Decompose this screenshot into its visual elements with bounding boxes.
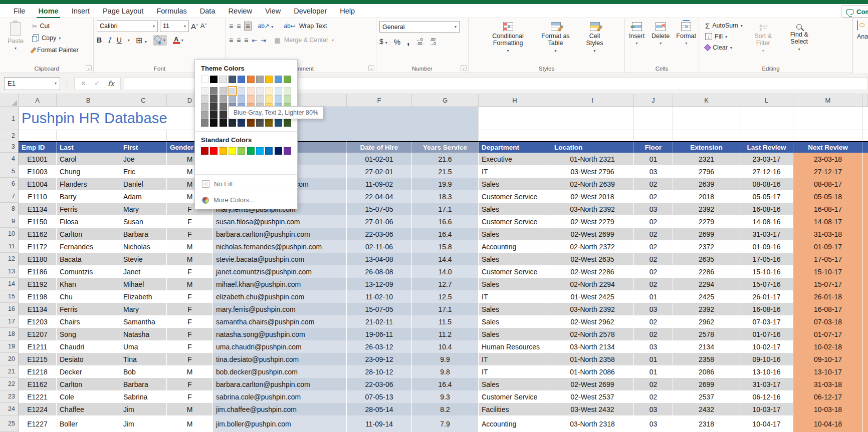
theme-color-swatch-3[interactable] <box>229 76 236 83</box>
cell-K2[interactable] <box>673 130 740 141</box>
theme-variant-swatch-c8-r4[interactable] <box>275 119 282 127</box>
cell-N11[interactable] <box>863 240 868 253</box>
cell-E21[interactable]: bob.decker@pushpin.com <box>213 365 347 378</box>
cell-D9[interactable]: F <box>167 215 213 228</box>
cell-D13[interactable]: F <box>167 265 213 278</box>
cell-I3[interactable]: Location <box>551 141 634 153</box>
cell-F10[interactable]: 22-03-06 <box>347 228 412 240</box>
theme-variant-swatch-c3-r1[interactable] <box>229 95 236 103</box>
cell-I5[interactable]: 03-West 2796 <box>551 165 634 178</box>
cell-A2[interactable] <box>19 130 57 141</box>
cell-H19[interactable]: Human Resources <box>479 340 551 353</box>
theme-variant-swatch-c5-r1[interactable] <box>247 95 255 103</box>
cell-N1[interactable] <box>863 107 868 130</box>
row-header-18[interactable]: 18 <box>0 328 19 340</box>
theme-variant-swatch-c5-r4[interactable] <box>247 119 255 127</box>
cell-J18[interactable]: 02 <box>634 328 673 340</box>
cell-K8[interactable]: 2392 <box>673 203 740 215</box>
cell-J10[interactable]: 02 <box>634 228 673 240</box>
theme-variant-swatch-c2-r2[interactable] <box>220 103 227 111</box>
cell-F5[interactable]: 27-02-01 <box>347 165 412 178</box>
cell-N22[interactable] <box>863 378 868 390</box>
standard-color-swatch-4[interactable] <box>238 147 245 155</box>
cell-J13[interactable]: 02 <box>634 265 673 278</box>
column-header-K[interactable]: K <box>673 94 740 107</box>
cell-N19[interactable] <box>863 340 868 353</box>
cell-I17[interactable]: 02-West 2962 <box>551 315 634 328</box>
cell-C20[interactable]: Tina <box>120 353 167 365</box>
cell-L22[interactable]: 31-03-17 <box>740 378 793 390</box>
cell-B15[interactable]: Chu <box>57 290 120 303</box>
cell-C23[interactable]: Sabrina <box>120 390 167 403</box>
cell-A18[interactable]: E1207 <box>19 328 57 340</box>
cell-J1[interactable] <box>634 107 673 130</box>
cell-B17[interactable]: Chairs <box>57 315 120 328</box>
format-painter-button[interactable]: Format Painter <box>32 44 79 56</box>
align-left-button[interactable]: ≡ <box>229 36 233 44</box>
cell-M25[interactable]: 10-04-18 <box>793 415 863 432</box>
cell-C12[interactable]: Stevie <box>120 253 167 265</box>
cell-C24[interactable]: Jim <box>120 403 167 415</box>
cell-G16[interactable]: 17.1 <box>412 303 479 315</box>
cell-F19[interactable]: 26-03-12 <box>347 340 412 353</box>
tab-review[interactable]: Review <box>222 5 259 17</box>
cell-G10[interactable]: 16.4 <box>412 228 479 240</box>
decrease-decimal-button[interactable]: .00→0 <box>429 38 436 46</box>
conditional-formatting-button[interactable]: Conditional Formatting ▾ <box>482 20 534 64</box>
cell-D19[interactable]: F <box>167 340 213 353</box>
cell-K25[interactable]: 2318 <box>673 415 740 432</box>
cell-L20[interactable]: 09-10-16 <box>740 353 793 365</box>
insert-function-icon[interactable]: fx <box>108 80 114 88</box>
font-name-combo[interactable]: Calibri ▾ <box>97 21 158 32</box>
cell-M22[interactable]: 31-03-18 <box>793 378 863 390</box>
theme-color-swatch-0[interactable] <box>201 76 208 83</box>
cell-H25[interactable]: Accounting <box>479 415 551 432</box>
cell-D22[interactable]: F <box>167 378 213 390</box>
cell-N20[interactable] <box>863 353 868 365</box>
cell-I11[interactable]: 02-North 2372 <box>551 240 634 253</box>
cell-L8[interactable]: 16-08-16 <box>740 203 793 215</box>
cell-D21[interactable]: M <box>167 365 213 378</box>
fill-button[interactable]: ↓ Fill ▾ <box>705 31 743 42</box>
cell-F22[interactable]: 22-03-06 <box>347 378 412 390</box>
cell-M23[interactable]: 06-12-17 <box>793 390 863 403</box>
cell-I10[interactable]: 02-West 2699 <box>551 228 634 240</box>
paste-button[interactable]: Paste ▾ <box>3 20 28 56</box>
cell-F21[interactable]: 28-10-12 <box>347 365 412 378</box>
row-header-11[interactable]: 11 <box>0 240 19 253</box>
copy-button[interactable]: Copy ▾ <box>32 32 79 44</box>
cell-C5[interactable]: Eric <box>120 165 167 178</box>
delete-button[interactable]: ✕ Delete ▾ <box>648 20 673 64</box>
cell-M12[interactable]: 17-05-17 <box>793 253 863 265</box>
cell-B16[interactable]: Ferris <box>57 303 120 315</box>
cell-E9[interactable]: susan.filosa@pushpin.com <box>213 215 347 228</box>
cell-I22[interactable]: 02-West 2699 <box>551 378 634 390</box>
tab-view[interactable]: View <box>259 5 287 17</box>
row-header-21[interactable]: 21 <box>0 365 19 378</box>
cell-I14[interactable]: 02-North 2294 <box>551 278 634 290</box>
cell-E22[interactable]: barbara.carlton@pushpin.com <box>213 378 347 390</box>
cell-L2[interactable] <box>740 130 793 141</box>
column-header-M[interactable]: M <box>793 94 863 107</box>
cell-H9[interactable]: Customer Service <box>479 215 551 228</box>
cut-button[interactable]: ✂ Cut <box>32 20 79 32</box>
cell-J5[interactable]: 03 <box>634 165 673 178</box>
cell-J15[interactable]: 01 <box>634 290 673 303</box>
cell-H24[interactable]: Facilities <box>479 403 551 415</box>
cell-M10[interactable]: 31-03-18 <box>793 228 863 240</box>
cell-F6[interactable]: 11-09-02 <box>347 178 412 190</box>
tab-page-layout[interactable]: Page Layout <box>96 5 150 17</box>
clipboard-dialog-launcher[interactable]: ⌄ <box>86 65 92 71</box>
cell-A5[interactable]: E1003 <box>19 165 57 178</box>
cell-L24[interactable]: 10-03-17 <box>740 403 793 415</box>
cell-E19[interactable]: uma.chaudri@pushpin.com <box>213 340 347 353</box>
align-right-button[interactable]: ≡ <box>244 36 248 44</box>
cell-D14[interactable]: M <box>167 278 213 290</box>
cell-F18[interactable]: 19-06-11 <box>347 328 412 340</box>
cell-M9[interactable]: 14-08-17 <box>793 215 863 228</box>
cell-M11[interactable]: 01-09-17 <box>793 240 863 253</box>
cell-K17[interactable]: 2962 <box>673 315 740 328</box>
cell-C7[interactable]: Adam <box>120 190 167 203</box>
cell-I13[interactable]: 02-West 2286 <box>551 265 634 278</box>
cell-C3[interactable]: First <box>120 141 167 153</box>
